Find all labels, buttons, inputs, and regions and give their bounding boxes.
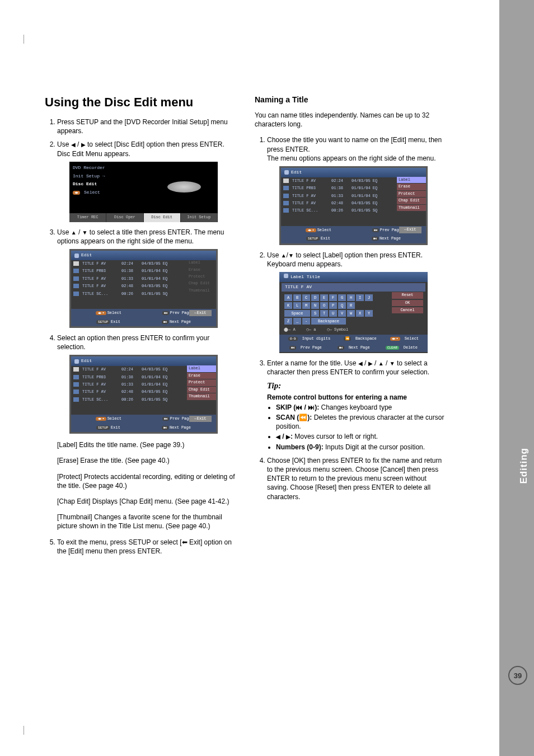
side-tab: Editing 39 bbox=[499, 0, 534, 756]
desc-protect: [Protect] Protects accidental recording,… bbox=[57, 472, 238, 490]
right-column: Naming a Title You can name titles indep… bbox=[255, 34, 448, 560]
heading-naming: Naming a Title bbox=[255, 95, 448, 104]
up-arrow-icon: ▲ bbox=[71, 229, 77, 236]
step-1: Press SETUP and the [DVD Recorder Initia… bbox=[57, 118, 238, 135]
page-number: 39 bbox=[508, 666, 527, 685]
intro-text: You can name titles independently. Names… bbox=[255, 111, 448, 129]
kbd-ok: OK bbox=[392, 300, 423, 306]
scan-back-icon: ⏪ bbox=[299, 414, 307, 421]
tip-skip: SKIP (⏮ / ⏭): Changes keyboard type bbox=[276, 403, 448, 412]
r-step-1: Choose the title you want to name on the… bbox=[267, 135, 448, 245]
disc-graphic bbox=[167, 181, 201, 192]
r-step-3: Enter a name for the title. Use ◀ / ▶ / … bbox=[267, 359, 448, 452]
kbd-reset: Reset bbox=[392, 292, 423, 298]
side-tab-label: Editing bbox=[518, 448, 530, 484]
tip-label: Tip: bbox=[267, 380, 448, 391]
up-arrow-icon: ▲ bbox=[378, 360, 384, 367]
left-column: Using the Disc Edit menu Press SETUP and… bbox=[45, 34, 238, 560]
step-3: Use ▲ / ▼ to select a title then press E… bbox=[57, 228, 238, 328]
menu-protect: Protect bbox=[187, 379, 216, 386]
nav-badge: ◀▶ bbox=[73, 191, 80, 195]
heading-main: Using the Disc Edit menu bbox=[45, 95, 238, 110]
right-arrow-icon: ▶ bbox=[368, 360, 373, 367]
step-2: Use ◀ / ▶ to select [Disc Edit] option t… bbox=[57, 140, 238, 222]
menu-chap-edit: Chap Edit bbox=[187, 387, 216, 393]
skip-back-icon: ⏮ bbox=[296, 403, 302, 411]
screenshot-setup-menu: DVD Recorder Init Setup → Disc Edit ◀▶◀▶… bbox=[69, 162, 218, 222]
tab-disc-oper: Disc Oper bbox=[106, 213, 143, 222]
context-menu-dim: Label Erase Protect Chap Edit Thumbnail bbox=[187, 260, 216, 294]
crop-mark bbox=[24, 35, 24, 44]
exit-button: ←Exit bbox=[189, 416, 212, 422]
kbd-titlebar: TITLE F AV bbox=[282, 283, 425, 292]
desc-erase: [Erase] Erase the title. (See page 40.) bbox=[57, 456, 238, 465]
skip-fwd-icon: ⏭ bbox=[308, 403, 315, 411]
down-arrow-icon: ▼ bbox=[288, 252, 294, 259]
kbd-cancel: Cancel bbox=[392, 307, 423, 313]
screenshot-edit-list-active: Edit TITLE F AV02:2404/03/05 EQ TITLE PR… bbox=[69, 355, 218, 434]
r-step-2: Use ▲/▼ to select [Label] option then pr… bbox=[267, 251, 448, 353]
tip-heading: Remote control buttons for entering a na… bbox=[267, 393, 407, 401]
screenshot-edit-list-dim: Edit TITLE F AV02:2404/03/05 EQ TITLE PR… bbox=[69, 249, 218, 328]
left-arrow-icon: ◀ bbox=[358, 360, 363, 367]
menu-thumbnail: Thumbnail bbox=[187, 393, 216, 400]
return-arrow-icon: ⬅ bbox=[182, 538, 188, 546]
exit-button: ←Exit bbox=[399, 227, 421, 233]
step-4: Select an option then press ENTER to con… bbox=[57, 334, 238, 531]
up-arrow-icon: ▲ bbox=[281, 252, 287, 259]
left-arrow-icon: ◀ bbox=[71, 142, 76, 148]
down-arrow-icon: ▼ bbox=[82, 229, 88, 236]
r-step-4: Choose [OK] then press ENTER to fix the … bbox=[267, 456, 448, 501]
tab-init-setup: Init Setup bbox=[181, 213, 218, 222]
menu-erase: Erase bbox=[187, 373, 216, 379]
tip-cursor: ◀ / ▶: Moves cursor to left or right. bbox=[276, 432, 448, 441]
right-arrow-icon: ▶ bbox=[81, 142, 86, 148]
desc-chap-edit: [Chap Edit] Displays [Chap Edit] menu. (… bbox=[57, 497, 238, 506]
menu-label: Label bbox=[187, 365, 216, 372]
right-arrow-icon: ▶ bbox=[286, 434, 291, 440]
tip-numbers: Numbers (0-9): Inputs Digit at the curso… bbox=[276, 443, 448, 452]
step-5: To exit the menu, press SETUP or select … bbox=[57, 538, 238, 556]
screenshot-keyboard: Label Title TITLE F AV ABCDEFGHI JKLMNOP… bbox=[279, 272, 428, 353]
left-arrow-icon: ◀ bbox=[276, 434, 280, 440]
desc-label: [Label] Edits the title name. (See page … bbox=[57, 440, 238, 449]
down-arrow-icon: ▼ bbox=[390, 360, 395, 367]
crop-mark bbox=[24, 726, 24, 735]
exit-button: ←Exit bbox=[189, 310, 212, 316]
tip-scan: SCAN (⏪): Deletes the previous character… bbox=[276, 413, 448, 431]
kbd-controls: Reset OK Cancel bbox=[392, 292, 423, 314]
desc-thumbnail: [Thumbnail] Changes a favorite scene for… bbox=[57, 513, 238, 530]
screenshot-edit-list-right: Edit TITLE F AV02:2404/03/05 EQ TITLE PR… bbox=[279, 166, 428, 245]
context-menu: Label Erase Protect Chap Edit Thumbnail bbox=[397, 177, 426, 212]
context-menu: Label Erase Protect Chap Edit Thumbnail bbox=[187, 365, 216, 400]
tab-timer-rec: Timer REC bbox=[69, 213, 106, 222]
kbd-keys: ABCDEFGHI JKLMNOPQR SpaceSTUVW XYZ_-Back… bbox=[284, 294, 373, 325]
tab-disc-edit: Disc Edit bbox=[144, 213, 181, 222]
